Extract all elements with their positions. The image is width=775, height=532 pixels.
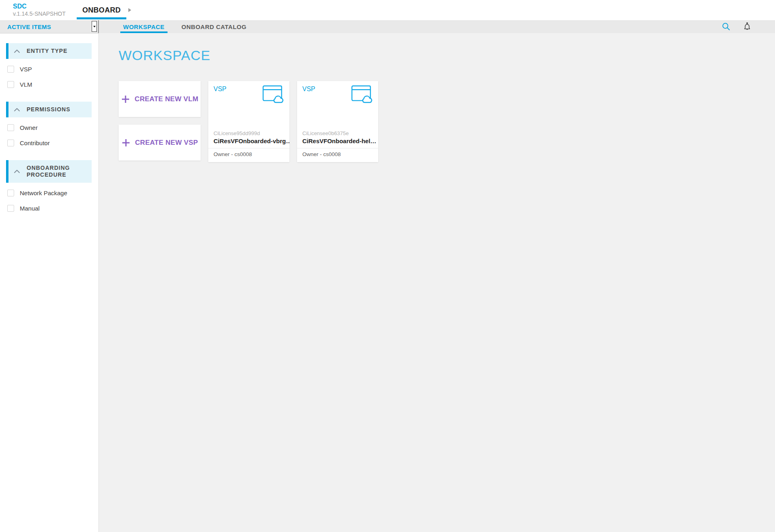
filter-item-label: Contributor — [20, 140, 50, 146]
card-vendor-name: CiLicense95dd999d — [208, 130, 289, 136]
secondary-nav-bar: ACTIVE ITEMS WORKSPACE ONBOARD CATALOG — [0, 20, 775, 33]
create-new-vlm-button[interactable]: CREATE NEW VLM — [119, 81, 201, 117]
filter-item-label: VLM — [20, 81, 32, 88]
chevron-up-icon — [14, 169, 20, 173]
card-type-label: VSP — [302, 86, 315, 92]
create-new-vsp-button[interactable]: CREATE NEW VSP — [119, 125, 201, 161]
sdc-logo[interactable]: SDC v.1.14.5-SNAPSHOT — [13, 2, 65, 18]
card-item-name: CiResVFOnboarded-hel… — [297, 138, 378, 144]
filter-section-permissions[interactable]: PERMISSIONS — [6, 102, 92, 117]
filter-item-vlm[interactable]: VLM — [0, 77, 98, 92]
create-button-label: CREATE NEW VSP — [135, 139, 198, 147]
filter-item-manual[interactable]: Manual — [0, 200, 98, 216]
contributor-checkbox[interactable] — [7, 140, 14, 146]
tab-workspace[interactable]: WORKSPACE — [115, 20, 173, 33]
card-type-label: VSP — [214, 86, 226, 92]
filter-section-entity-type[interactable]: ENTITY TYPE — [6, 43, 92, 59]
card-owner: Owner - cs0008 — [208, 148, 289, 162]
logo-title: SDC — [13, 2, 65, 10]
network-package-checkbox[interactable] — [7, 190, 14, 196]
chevron-up-icon — [14, 108, 20, 112]
workspace-catalog: CREATE NEW VLM CREATE NEW VSP VSP — [119, 81, 775, 162]
filter-item-network-package[interactable]: Network Package — [0, 185, 98, 200]
owner-checkbox[interactable] — [7, 124, 14, 131]
filter-section-title: ONBOARDING PROCEDURE — [27, 165, 89, 178]
page-title: WORKSPACE — [119, 48, 775, 63]
vsp-checkbox[interactable] — [7, 66, 14, 73]
active-items-dropdown[interactable]: ACTIVE ITEMS — [0, 20, 99, 33]
filter-item-owner[interactable]: Owner — [0, 120, 98, 135]
filter-item-contributor[interactable]: Contributor — [0, 135, 98, 150]
card-owner: Owner - cs0008 — [297, 148, 378, 162]
filter-item-label: VSP — [20, 66, 32, 73]
chevron-up-icon — [14, 49, 20, 53]
vsp-card[interactable]: VSP CiLicense95dd999d CiResVFOnboarded-v… — [208, 81, 289, 162]
card-item-name: CiResVFOnboarded-vbrg… — [208, 138, 289, 144]
filter-sidebar: ENTITY TYPE VSP VLM PERMISSIONS Ow — [0, 33, 99, 532]
tab-onboard-active-underline — [77, 17, 126, 19]
vlm-checkbox[interactable] — [7, 81, 14, 88]
card-vendor-name: CiLicensee0b6375e — [297, 130, 378, 136]
filter-section-title: PERMISSIONS — [27, 106, 70, 113]
logo-version: v.1.14.5-SNAPSHOT — [13, 10, 65, 18]
vsp-card[interactable]: VSP CiLicensee0b6375e CiResVFOnboarded-h… — [297, 81, 378, 162]
search-icon[interactable] — [722, 22, 731, 31]
tab-onboard-catalog[interactable]: ONBOARD CATALOG — [173, 20, 255, 33]
dropdown-arrow-icon[interactable] — [92, 21, 97, 32]
software-product-cloud-icon — [351, 85, 375, 104]
filter-item-label: Network Package — [20, 190, 67, 196]
notifications-bell-icon[interactable] — [742, 22, 752, 31]
filter-item-label: Manual — [20, 205, 40, 212]
active-items-dropdown-value: ACTIVE ITEMS — [0, 23, 51, 30]
nav-expand-arrow-icon[interactable] — [128, 8, 131, 12]
subnav-tabs: WORKSPACE ONBOARD CATALOG — [99, 20, 775, 33]
workspace-main-area: WORKSPACE CREATE NEW VLM — [99, 33, 775, 532]
manual-checkbox[interactable] — [7, 205, 14, 212]
plus-icon — [121, 95, 130, 104]
plus-icon — [121, 138, 130, 147]
software-product-cloud-icon — [262, 85, 286, 104]
filter-item-vsp[interactable]: VSP — [0, 61, 98, 77]
filter-section-onboarding-procedure[interactable]: ONBOARDING PROCEDURE — [6, 160, 92, 183]
top-header-bar: SDC v.1.14.5-SNAPSHOT ONBOARD — [0, 0, 775, 20]
filter-section-title: ENTITY TYPE — [27, 48, 67, 54]
filter-item-label: Owner — [20, 124, 38, 131]
create-button-label: CREATE NEW VLM — [135, 95, 199, 103]
